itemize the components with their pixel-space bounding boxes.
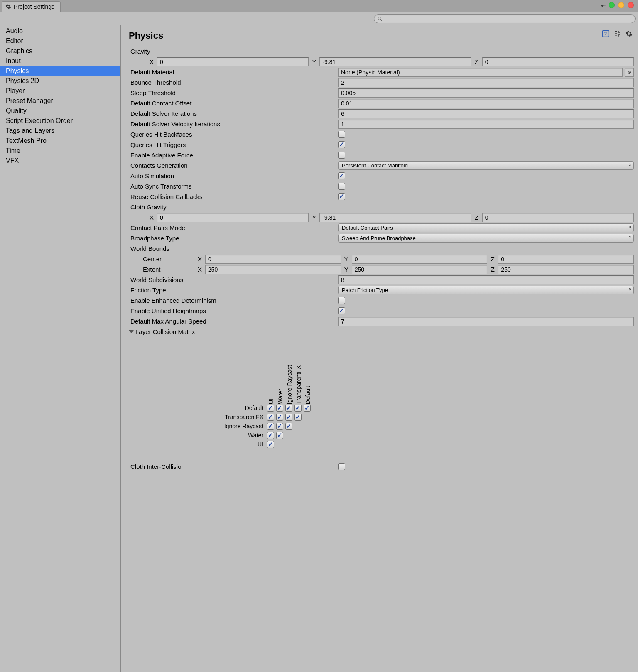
contact-pairs-mode-select[interactable]: Default Contact Pairs (338, 223, 634, 232)
world-extent-x-input[interactable] (205, 265, 341, 274)
default-max-angular-speed-label: Default Max Angular Speed (130, 318, 338, 325)
matrix-checkbox[interactable] (276, 423, 283, 430)
tab-label: Project Settings (14, 3, 54, 10)
matrix-checkbox[interactable] (304, 405, 311, 412)
sidebar-item-preset-manager[interactable]: Preset Manager (0, 96, 120, 106)
tab-project-settings[interactable]: Project Settings (2, 1, 61, 12)
reuse-collision-callbacks-checkbox[interactable] (338, 193, 345, 200)
matrix-checkbox[interactable] (267, 423, 274, 430)
matrix-checkbox[interactable] (267, 414, 274, 421)
contacts-generation-label: Contacts Generation (130, 162, 338, 169)
sidebar-item-physics[interactable]: Physics (0, 66, 120, 76)
cloth-inter-collision-checkbox[interactable] (338, 463, 345, 470)
gravity-x-input[interactable] (157, 57, 309, 66)
enable-adaptive-force-label: Enable Adaptive Force (130, 152, 338, 159)
default-max-angular-speed-input[interactable] (338, 317, 634, 326)
matrix-checkbox[interactable] (267, 441, 274, 448)
window-close-button[interactable] (628, 2, 634, 8)
search-bar (0, 12, 638, 25)
matrix-checkbox[interactable] (276, 414, 283, 421)
contacts-generation-select[interactable]: Persistent Contact Manifold (338, 161, 634, 170)
auto-simulation-checkbox[interactable] (338, 172, 345, 179)
window-minimize-button[interactable] (618, 2, 624, 8)
cloth-gravity-x-input[interactable] (157, 213, 309, 222)
default-material-field[interactable]: None (Physic Material) (338, 68, 623, 77)
enable-enhanced-determinism-checkbox[interactable] (338, 297, 345, 304)
matrix-checkbox[interactable] (276, 432, 283, 439)
sleep-threshold-input[interactable] (338, 88, 634, 98)
queries-hit-backfaces-checkbox[interactable] (338, 131, 345, 138)
window-maximize-button[interactable] (609, 2, 615, 8)
default-solver-velocity-iterations-input[interactable] (338, 120, 634, 129)
sidebar-item-quality[interactable]: Quality (0, 106, 120, 116)
search-icon (378, 16, 383, 21)
queries-hit-triggers-checkbox[interactable] (338, 141, 345, 148)
sidebar: AudioEditorGraphicsInputPhysicsPhysics 2… (0, 25, 121, 672)
world-center-x-input[interactable] (205, 255, 341, 264)
enable-unified-heightmaps-checkbox[interactable] (338, 307, 345, 314)
presets-icon[interactable] (613, 29, 621, 38)
sidebar-item-player[interactable]: Player (0, 86, 120, 96)
world-center-z-input[interactable] (498, 255, 634, 264)
broadphase-type-select[interactable]: Sweep And Prune Broadphase (338, 234, 634, 243)
cloth-gravity-z-input[interactable] (482, 213, 634, 222)
matrix-checkbox[interactable] (285, 423, 292, 430)
matrix-checkbox[interactable] (285, 405, 292, 412)
sidebar-item-graphics[interactable]: Graphics (0, 46, 120, 56)
gear-icon (5, 4, 11, 10)
panel-menu-icon[interactable]: ▾≡ (601, 3, 605, 9)
default-solver-iterations-input[interactable] (338, 109, 634, 118)
sidebar-item-physics-2d[interactable]: Physics 2D (0, 76, 120, 86)
gravity-y-input[interactable] (319, 57, 471, 66)
matrix-checkbox[interactable] (267, 432, 274, 439)
sidebar-item-editor[interactable]: Editor (0, 36, 120, 46)
matrix-col-header: UI (267, 342, 275, 404)
matrix-checkbox[interactable] (294, 405, 302, 412)
matrix-checkbox[interactable] (276, 405, 283, 412)
help-icon[interactable]: ? (601, 29, 610, 38)
chevron-down-icon (129, 330, 134, 333)
traffic-lights (609, 2, 634, 8)
gravity-z-input[interactable] (482, 57, 634, 66)
world-subdivisions-input[interactable] (338, 275, 634, 284)
enable-unified-heightmaps-label: Enable Unified Heightmaps (130, 307, 338, 314)
broadphase-type-label: Broadphase Type (130, 235, 338, 242)
sidebar-item-script-execution-order[interactable]: Script Execution Order (0, 116, 120, 126)
sidebar-item-textmesh-pro[interactable]: TextMesh Pro (0, 136, 120, 146)
cloth-gravity-label: Cloth Gravity (130, 204, 338, 211)
reuse-collision-callbacks-label: Reuse Collision Callbacks (130, 193, 338, 200)
matrix-row-label: Ignore Raycast (154, 423, 266, 429)
cloth-inter-collision-label: Cloth Inter-Collision (130, 463, 338, 470)
sidebar-item-tags-and-layers[interactable]: Tags and Layers (0, 126, 120, 136)
queries-hit-triggers-label: Queries Hit Triggers (130, 141, 338, 148)
matrix-row: Default (154, 403, 634, 412)
sidebar-item-time[interactable]: Time (0, 146, 120, 156)
matrix-checkbox[interactable] (285, 414, 292, 421)
matrix-checkbox[interactable] (267, 405, 274, 412)
matrix-checkbox[interactable] (294, 414, 302, 421)
svg-text:?: ? (604, 31, 607, 36)
world-extent-y-input[interactable] (352, 265, 488, 274)
cloth-gravity-y-input[interactable] (319, 213, 471, 222)
settings-content: ? Physics Gravity X Y Z Default Material… (121, 25, 638, 672)
auto-simulation-label: Auto Simulation (130, 172, 338, 179)
sidebar-item-vfx[interactable]: VFX (0, 156, 120, 166)
object-picker-button[interactable] (625, 68, 634, 77)
world-center-y-input[interactable] (352, 255, 488, 264)
auto-sync-transforms-checkbox[interactable] (338, 183, 345, 190)
svg-point-3 (629, 72, 630, 73)
default-contact-offset-input[interactable] (338, 99, 634, 108)
layer-collision-matrix-foldout[interactable]: Layer Collision Matrix (129, 326, 634, 337)
sidebar-item-audio[interactable]: Audio (0, 26, 120, 36)
sidebar-item-input[interactable]: Input (0, 56, 120, 66)
matrix-row-label: Water (154, 432, 266, 439)
settings-gear-icon[interactable] (625, 29, 633, 38)
matrix-row: Water (154, 431, 634, 440)
world-extent-z-input[interactable] (498, 265, 634, 274)
enable-adaptive-force-checkbox[interactable] (338, 152, 345, 159)
matrix-col-header: Default (304, 342, 312, 404)
gravity-label: Gravity (130, 48, 338, 55)
friction-type-select[interactable]: Patch Friction Type (338, 286, 634, 294)
bounce-threshold-input[interactable] (338, 78, 634, 87)
search-input[interactable] (374, 14, 636, 23)
